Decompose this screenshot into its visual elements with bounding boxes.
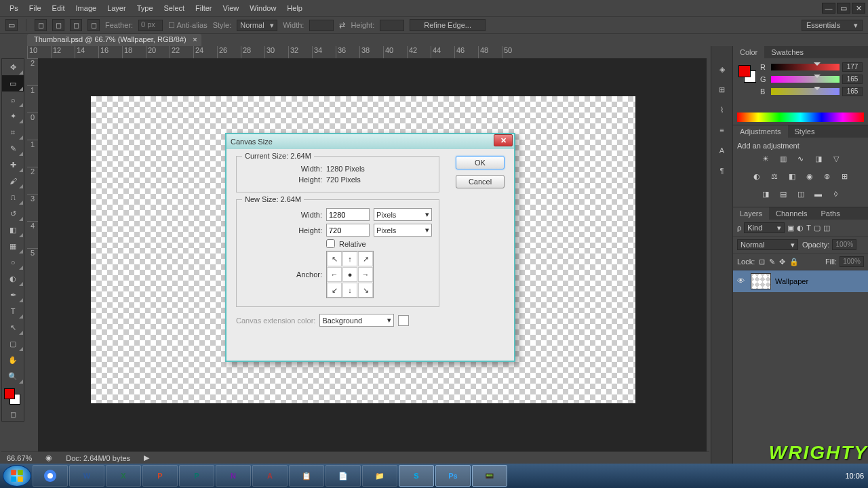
info-panel-icon[interactable]: ≡ [715, 123, 729, 137]
cancel-button[interactable]: Cancel [456, 175, 505, 188]
opacity-value[interactable]: 100% [832, 239, 856, 250]
maximize-icon[interactable]: ▭ [837, 3, 850, 14]
exposure-icon[interactable]: ◨ [812, 152, 825, 165]
tab-styles[interactable]: Styles [788, 125, 822, 138]
threshold-icon[interactable]: ◫ [795, 188, 807, 200]
system-tray[interactable]: 10:06 [845, 472, 864, 480]
anchor-s[interactable]: ↓ [342, 283, 357, 298]
blend-mode[interactable]: Normal▾ [737, 239, 798, 250]
gradient-tool-icon[interactable]: ▦ [2, 238, 24, 254]
anchor-c[interactable]: ● [342, 267, 357, 282]
explorer-icon[interactable]: 📁 [362, 465, 397, 487]
menu-view[interactable]: View [218, 1, 245, 15]
photo-filter-icon[interactable]: ◉ [804, 170, 816, 182]
hand-tool-icon[interactable]: ✋ [2, 352, 24, 368]
tab-layers[interactable]: Layers [733, 207, 769, 220]
character-panel-icon[interactable]: A [715, 144, 729, 157]
spectrum-bar[interactable] [737, 113, 864, 122]
menu-file[interactable]: File [24, 1, 47, 15]
wand-tool-icon[interactable]: ✦ [2, 108, 24, 124]
access-icon[interactable]: A [252, 465, 288, 487]
lock-pos-icon[interactable]: ✥ [779, 258, 785, 266]
photoshop-task-icon[interactable]: Ps [435, 465, 471, 487]
fill-value[interactable]: 100% [840, 256, 864, 267]
tab-paths[interactable]: Paths [814, 207, 847, 220]
anchor-grid[interactable]: ↖↑↗ ←●→ ↙↓↘ [326, 251, 374, 298]
vibrance-icon[interactable]: ▽ [830, 152, 842, 165]
color-swatch[interactable] [2, 387, 24, 407]
zoom-level[interactable]: 66.67% [7, 454, 32, 462]
width-unit-select[interactable]: Pixels▾ [374, 208, 432, 221]
marquee-tool-icon[interactable]: ▭ [2, 75, 24, 92]
pen-tool-icon[interactable]: ✒ [2, 287, 24, 303]
kind-filter[interactable]: Kind▾ [744, 222, 785, 233]
bw-icon[interactable]: ◧ [786, 170, 798, 182]
posterize-icon[interactable]: ▤ [777, 188, 789, 200]
zoom-tool-icon[interactable]: 🔍 [2, 368, 24, 384]
tab-adjustments[interactable]: Adjustments [733, 125, 788, 138]
history-brush-icon[interactable]: ↺ [2, 205, 24, 222]
intersect-selection-icon[interactable]: ◻ [87, 19, 100, 31]
height-unit-select[interactable]: Pixels▾ [374, 224, 432, 237]
path-tool-icon[interactable]: ↖ [2, 319, 24, 336]
levels-icon[interactable]: ▥ [777, 152, 789, 165]
excel-icon[interactable]: X [106, 465, 141, 487]
gradient-map-icon[interactable]: ▬ [812, 188, 825, 200]
menu-select[interactable]: Select [159, 1, 191, 15]
layer-thumbnail[interactable] [751, 273, 771, 289]
tab-color[interactable]: Color [733, 46, 764, 58]
filter-shape-icon[interactable]: ▢ [814, 224, 821, 232]
menu-filter[interactable]: Filter [190, 1, 217, 15]
extension-color-select[interactable]: Background▾ [319, 314, 394, 327]
swap-icon[interactable]: ⇄ [339, 21, 345, 30]
lock-trans-icon[interactable]: ⊡ [759, 258, 765, 266]
tab-swatches[interactable]: Swatches [764, 46, 810, 58]
close-icon[interactable]: ✕ [852, 3, 865, 14]
refine-edge-button[interactable]: Refine Edge... [410, 19, 486, 31]
powerpoint-icon[interactable]: P [142, 465, 178, 487]
onenote-icon[interactable]: N [216, 465, 251, 487]
app1-icon[interactable]: 📋 [289, 465, 324, 487]
quick-mask-icon[interactable]: ◻ [2, 407, 24, 421]
style-select[interactable]: Normal▾ [237, 20, 277, 31]
menu-edit[interactable]: Edit [47, 1, 71, 15]
balance-icon[interactable]: ⚖ [768, 170, 781, 182]
dodge-tool-icon[interactable]: ◐ [2, 270, 24, 287]
brightness-icon[interactable]: ☀ [760, 152, 772, 165]
tool-preset-icon[interactable]: ▭ [5, 19, 18, 31]
lock-all-icon[interactable]: 🔒 [789, 258, 799, 266]
extension-swatch[interactable] [398, 315, 409, 326]
b-slider[interactable] [771, 88, 840, 95]
filter-type-icon[interactable]: T [806, 224, 811, 232]
new-selection-icon[interactable]: ◻ [35, 19, 47, 31]
anchor-sw[interactable]: ↙ [327, 283, 342, 298]
menu-window[interactable]: Window [244, 1, 281, 15]
paragraph-panel-icon[interactable]: ¶ [715, 164, 729, 178]
type-tool-icon[interactable]: T [2, 303, 24, 319]
anchor-w[interactable]: ← [327, 267, 342, 282]
new-width-input[interactable] [326, 208, 370, 221]
brush-tool-icon[interactable]: 🖌 [2, 173, 24, 189]
minimize-icon[interactable]: — [822, 3, 835, 14]
menu-image[interactable]: Image [71, 1, 102, 15]
app3-icon[interactable]: 📟 [472, 465, 507, 487]
ok-button[interactable]: OK [456, 156, 505, 169]
properties-panel-icon[interactable]: ⊞ [715, 83, 729, 96]
g-slider[interactable] [771, 76, 840, 83]
document-tab[interactable]: Thumbnail.psd @ 66.7% (Wallpaper, RGB/8#… [27, 34, 201, 46]
skype-icon[interactable]: S [399, 465, 434, 487]
anchor-n[interactable]: ↑ [342, 251, 357, 266]
tab-channels[interactable]: Channels [769, 207, 814, 220]
anchor-nw[interactable]: ↖ [327, 251, 342, 266]
curves-icon[interactable]: ∿ [795, 152, 807, 165]
blur-tool-icon[interactable]: ○ [2, 254, 24, 270]
add-selection-icon[interactable]: ◻ [52, 19, 64, 31]
brushes-panel-icon[interactable]: ⌇ [715, 103, 729, 117]
ps-logo[interactable]: Ps [4, 1, 24, 15]
menu-type[interactable]: Type [132, 1, 159, 15]
tab-close-icon[interactable]: × [193, 35, 197, 43]
move-tool-icon[interactable]: ✥ [2, 59, 24, 75]
chrome-icon[interactable] [33, 465, 68, 487]
status-arrow-icon[interactable]: ▶ [144, 453, 149, 462]
layer-name[interactable]: Wallpaper [775, 277, 808, 285]
